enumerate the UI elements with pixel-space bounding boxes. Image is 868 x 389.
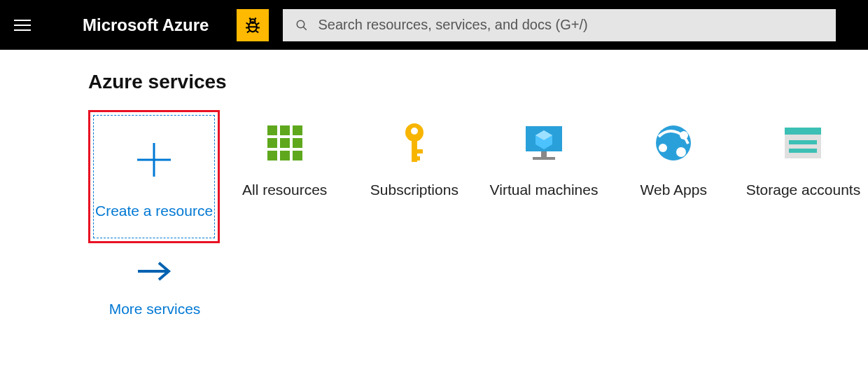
virtual-machines-tile[interactable]: Virtual machines [479, 110, 608, 243]
svg-rect-8 [267, 138, 277, 148]
service-label: Virtual machines [490, 180, 598, 200]
svg-point-15 [411, 128, 418, 135]
svg-rect-20 [541, 151, 547, 157]
svg-rect-13 [293, 151, 302, 161]
svg-rect-27 [785, 135, 821, 158]
services-row: Create a resource All resources [88, 110, 868, 243]
key-icon [399, 118, 430, 168]
service-label: Web Apps [640, 180, 707, 200]
svg-rect-26 [785, 128, 821, 135]
grid-icon [265, 118, 304, 168]
svg-rect-28 [789, 140, 817, 144]
svg-point-1 [251, 19, 255, 23]
storage-accounts-tile[interactable]: Storage accounts [738, 110, 868, 243]
service-label: Subscriptions [370, 180, 458, 200]
content: Azure services Create a resource [0, 50, 868, 318]
svg-rect-18 [412, 156, 420, 161]
svg-rect-29 [789, 149, 817, 153]
bug-button[interactable] [237, 9, 269, 41]
more-services-link[interactable]: More services [88, 259, 221, 318]
web-apps-tile[interactable]: Web Apps [609, 110, 738, 243]
more-services-label: More services [109, 301, 201, 318]
search-input[interactable] [318, 17, 823, 33]
globe-icon [653, 118, 694, 168]
service-label: Create a resource [95, 201, 213, 221]
vm-icon [523, 118, 565, 168]
svg-rect-12 [280, 151, 290, 161]
svg-rect-5 [267, 125, 277, 135]
svg-rect-21 [533, 157, 555, 160]
svg-rect-10 [293, 138, 302, 148]
svg-rect-7 [293, 125, 302, 135]
bug-icon [243, 15, 262, 35]
svg-point-24 [680, 131, 688, 139]
topbar: Microsoft Azure [0, 0, 868, 50]
subscriptions-tile[interactable]: Subscriptions [349, 110, 479, 243]
service-label: Storage accounts [746, 180, 860, 200]
svg-rect-11 [267, 151, 277, 161]
all-resources-tile[interactable]: All resources [220, 110, 349, 243]
plus-icon [133, 135, 175, 184]
svg-point-2 [298, 20, 305, 28]
storage-icon [782, 118, 824, 168]
svg-point-25 [676, 147, 686, 157]
svg-rect-9 [280, 138, 290, 148]
search-icon [295, 19, 308, 32]
menu-toggle-button[interactable] [14, 15, 34, 35]
create-resource-tile[interactable]: Create a resource [88, 110, 220, 243]
svg-point-23 [659, 144, 667, 152]
arrow-right-icon [134, 259, 176, 287]
service-label: All resources [242, 180, 327, 200]
search-container[interactable] [283, 9, 836, 41]
svg-rect-6 [280, 125, 290, 135]
section-title: Azure services [88, 71, 868, 93]
brand-label: Microsoft Azure [83, 15, 209, 35]
svg-rect-17 [412, 149, 423, 153]
